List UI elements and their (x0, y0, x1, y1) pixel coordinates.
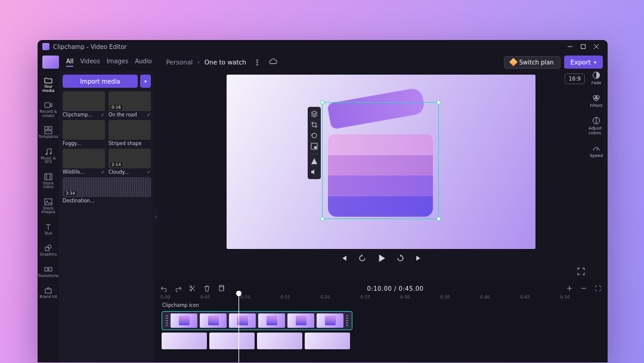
crop-icon[interactable] (311, 121, 318, 128)
media-thumbnail[interactable]: 2:14Cloudy...✓ (109, 149, 151, 175)
svg-point-22 (48, 245, 51, 248)
tab-videos[interactable]: Videos (80, 58, 100, 67)
svg-rect-27 (314, 146, 317, 149)
tab-all[interactable]: All (66, 58, 73, 67)
clip-trim-handle-left[interactable] (166, 315, 168, 326)
chevron-right-icon: › (197, 59, 200, 65)
layers-icon[interactable] (311, 110, 318, 118)
in-timeline-icon: ✓ (101, 170, 105, 175)
audio-clip[interactable] (209, 333, 255, 349)
volume-icon[interactable] (311, 168, 318, 176)
split-button[interactable] (189, 285, 196, 292)
resize-handle-tl[interactable] (320, 100, 324, 104)
pip-icon[interactable] (311, 143, 318, 150)
switch-plan-button[interactable]: Switch plan (504, 56, 561, 69)
audio-clip[interactable] (257, 333, 302, 349)
audio-clip[interactable] (305, 333, 350, 349)
breadcrumb-current[interactable]: One to watch (205, 59, 246, 66)
ruler-tick: 0:10 (240, 294, 250, 300)
thumbnail-label: Wildlife... (63, 170, 85, 175)
folder-icon (44, 76, 52, 84)
clip-trim-handle-right[interactable] (346, 315, 348, 326)
ruler-tick: 0:20 (320, 294, 330, 300)
diamond-icon (509, 58, 518, 66)
timeline-tracks[interactable]: Clipchamp icon (160, 303, 602, 362)
playhead[interactable] (239, 294, 239, 362)
import-media-button[interactable]: Import media (63, 75, 138, 88)
preview-canvas[interactable] (227, 75, 535, 249)
media-filter-tabs: All Videos Images Audio (66, 58, 152, 67)
undo-button[interactable] (160, 285, 168, 292)
step-forward-button[interactable] (397, 254, 404, 262)
selection-box[interactable] (322, 102, 439, 219)
resize-handle-br[interactable] (436, 217, 441, 221)
media-thumbnail[interactable]: Wildlife...✓ (63, 149, 105, 175)
sidebar-item-stock-video[interactable]: Stock video (38, 170, 59, 192)
fullscreen-button[interactable] (577, 267, 585, 275)
zoom-in-button[interactable] (566, 285, 573, 292)
sidebar-item-graphics[interactable]: Graphics (38, 241, 59, 259)
media-thumbnail[interactable]: Clipchamp...✓ (63, 91, 105, 118)
export-button[interactable]: Export ▾ (564, 56, 603, 69)
more-options-button[interactable]: ⋮ (253, 58, 262, 67)
aspect-ratio-selector[interactable]: 16:9 (565, 73, 585, 84)
zoom-fit-button[interactable] (595, 285, 602, 292)
step-back-button[interactable] (358, 254, 366, 262)
ruler-tick: 0:05 (200, 294, 210, 300)
svg-rect-25 (45, 289, 51, 293)
svg-rect-11 (45, 127, 48, 130)
resize-handle-tr[interactable] (436, 100, 441, 104)
ruler-tick: 0:40 (480, 294, 490, 300)
prev-clip-button[interactable] (340, 254, 348, 262)
delete-button[interactable] (203, 285, 210, 292)
next-clip-button[interactable] (415, 254, 423, 262)
canvas-floating-toolbar (308, 107, 321, 179)
video-clip[interactable] (162, 311, 352, 330)
transitions-icon (44, 265, 52, 273)
sidebar-item-brand-kit[interactable]: Brand kit (38, 284, 59, 302)
sidebar-item-your-media[interactable]: Your media (38, 73, 59, 95)
redo-button[interactable] (175, 285, 182, 292)
cloud-sync-icon[interactable] (269, 58, 277, 66)
thumbnail-image (63, 120, 105, 140)
record-icon (44, 101, 52, 109)
media-thumbnail[interactable]: Striped shape (109, 120, 151, 146)
duplicate-button[interactable] (218, 285, 225, 292)
sidebar-item-stock-images[interactable]: Stock images (38, 195, 59, 217)
media-thumbnail[interactable]: 0:16On the road✓ (109, 91, 151, 118)
window-maximize-button[interactable] (577, 41, 590, 52)
rotate-icon[interactable] (311, 132, 318, 139)
audio-clip[interactable] (162, 333, 207, 349)
separator (310, 153, 318, 154)
ruler-tick: 0:15 (280, 294, 290, 300)
tab-images[interactable]: Images (107, 58, 129, 67)
chevron-down-icon: ▾ (144, 79, 147, 84)
window-close-button[interactable] (590, 41, 603, 52)
media-thumbnail[interactable]: Foggy... (63, 120, 105, 146)
sidebar-item-music[interactable]: Music & SFX (38, 145, 59, 167)
warning-icon[interactable] (311, 158, 318, 165)
sidebar-item-text[interactable]: Text (38, 220, 59, 238)
export-label: Export (571, 59, 591, 66)
tab-audio[interactable]: Audio (135, 58, 151, 67)
zoom-out-button[interactable] (580, 285, 587, 292)
title-bar: Clipchamp - Video Editor (38, 40, 608, 53)
resize-handle-bl[interactable] (320, 217, 324, 221)
svg-rect-19 (45, 199, 52, 205)
image-icon (44, 198, 52, 206)
thumbnail-label: Foggy... (63, 141, 81, 146)
import-media-dropdown[interactable]: ▾ (140, 75, 151, 88)
media-thumbnail[interactable]: 3:34Destination... (63, 177, 151, 204)
sidebar-item-record[interactable]: Record & create (38, 99, 59, 120)
timeline-ruler[interactable]: 0:000:050:100:150:200:250:300:350:400:45… (160, 294, 602, 303)
thumbnail-label: On the road (109, 112, 137, 118)
breadcrumb-parent[interactable]: Personal (166, 59, 193, 66)
thumbnail-duration: 3:34 (64, 191, 76, 196)
play-button[interactable] (377, 254, 386, 263)
thumbnail-image: 2:14 (109, 149, 151, 168)
in-timeline-icon: ✓ (147, 112, 151, 118)
sidebar-item-transitions[interactable]: Transitions (38, 263, 59, 281)
window-minimize-button[interactable] (564, 41, 577, 52)
svg-rect-10 (45, 103, 50, 107)
sidebar-item-templates[interactable]: Templates (38, 124, 59, 141)
